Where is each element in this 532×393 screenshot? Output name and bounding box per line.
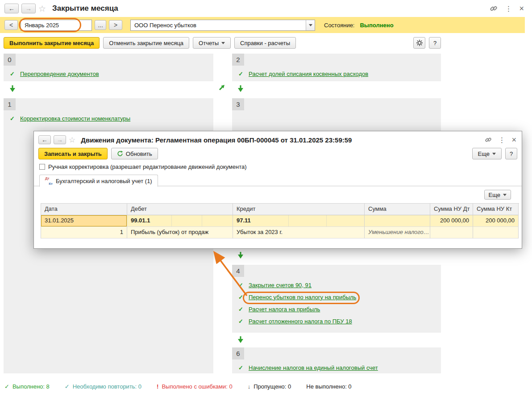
organization-select[interactable]: ООО Перенос убытков (130, 20, 315, 31)
cell-empty[interactable] (202, 215, 233, 226)
column-header-date[interactable]: Дата (41, 204, 127, 215)
cell-sum[interactable] (365, 215, 430, 227)
link-cost-adjustment[interactable]: Корректировка стоимости номенклатуры (20, 115, 130, 122)
status-repeat-text: Необходимо повторить: 0 (73, 383, 141, 390)
back-button[interactable] (38, 135, 51, 144)
status-done: Выполнено: 8 (4, 383, 50, 390)
refresh-button[interactable]: Обновить (111, 148, 158, 159)
status-skipped: Пропущено: 0 (248, 383, 291, 390)
settings-button[interactable] (413, 37, 425, 49)
favorite-star-icon[interactable] (69, 135, 75, 145)
status-bar: Выполнено: 8 Необходимо повторить: 0 Вып… (4, 382, 352, 390)
column-header-debit[interactable]: Дебет (127, 204, 233, 215)
document-movements-dialog: Движения документа: Регламентная операци… (33, 131, 522, 249)
cell-sum-nu-dt[interactable]: 200 000,00 (430, 215, 473, 227)
chevron-down-icon (221, 42, 225, 44)
column-header-sum-nu-dt[interactable]: Сумма НУ Дт (430, 204, 473, 215)
state-value: Выполнено (360, 22, 393, 29)
window-header: Закрытие месяца (0, 0, 532, 17)
link-income-tax-calc[interactable]: Расчет налога на прибыль (249, 306, 320, 313)
more-button[interactable]: Еще (472, 148, 502, 159)
cell-debit-subconto[interactable]: Прибыль (убыток) от продаж (127, 227, 233, 238)
status-errors: Выполнено с ошибками: 0 (157, 383, 233, 390)
cell-debit[interactable]: 99.01.1 (127, 215, 233, 227)
cell-date[interactable]: 31.01.2025 (41, 215, 127, 227)
run-month-close-button[interactable]: Выполнить закрытие месяца (4, 37, 100, 49)
dialog-header: Движения документа: Регламентная операци… (34, 131, 522, 146)
organization-dropdown-button[interactable] (306, 20, 315, 30)
table-more-button[interactable]: Еще (484, 190, 511, 200)
period-next-button[interactable]: > (109, 20, 122, 30)
cell-empty[interactable] (473, 227, 519, 238)
period-input[interactable]: Январь 2025 (21, 20, 92, 31)
credit-account[interactable]: 97.11 (233, 215, 289, 226)
chevron-down-icon (503, 194, 507, 196)
copy-link-icon[interactable] (490, 4, 498, 13)
favorite-star-icon[interactable] (38, 4, 46, 14)
link-close-accounts-90-91[interactable]: Закрытие счетов 90, 91 (249, 282, 312, 288)
debit-account[interactable]: 99.01.1 (127, 215, 172, 226)
page-title: Закрытие месяца (52, 4, 118, 13)
more-menu-icon[interactable] (505, 4, 512, 13)
cell-empty[interactable] (172, 215, 202, 226)
reports-button[interactable]: Отчеты (193, 37, 231, 49)
help-button[interactable]: ? (505, 148, 517, 159)
column-header-credit[interactable]: Кредит (233, 204, 365, 215)
tab-accounting-tax[interactable]: Дт Кт Бухгалтерский и налоговый учет (1) (39, 175, 158, 187)
chevron-down-icon (309, 24, 312, 26)
table-row[interactable]: 31.01.2025 99.01.1 97.11 200 000,00 200 … (41, 215, 519, 227)
cell-credit-subconto[interactable]: Убыток за 2023 г. (233, 227, 365, 238)
state-label: Состояние: (324, 22, 354, 29)
close-icon[interactable] (519, 4, 524, 13)
flow-down-arrow-icon (237, 336, 244, 343)
forward-button[interactable] (54, 135, 66, 144)
operation-row: Расчет налога на прибыль (238, 305, 356, 313)
cell-empty[interactable] (430, 227, 473, 238)
cell-line-number[interactable]: 1 (41, 227, 127, 238)
link-single-tax-account[interactable]: Начисление налогов на единый налоговый с… (249, 364, 378, 371)
references-calculations-button[interactable]: Справки - расчеты (234, 37, 296, 49)
link-deferred-tax-pbu18[interactable]: Расчет отложенного налога по ПБУ 18 (249, 318, 352, 325)
success-check-icon (238, 364, 245, 371)
link-loss-carryforward[interactable]: Перенос убытков по налогу на прибыль (249, 294, 356, 301)
cancel-month-close-button[interactable]: Отменить закрытие месяца (103, 37, 189, 49)
cell-empty[interactable] (289, 215, 327, 226)
cell-sum-nu-kt[interactable]: 200 000,00 (473, 215, 519, 227)
more-menu-icon[interactable] (498, 136, 505, 144)
movements-table: Дата Дебет Кредит Сумма Сумма НУ Дт Сумм… (41, 203, 519, 238)
forward-button[interactable] (21, 4, 36, 13)
manual-adjustment-checkbox[interactable] (39, 164, 45, 170)
copy-link-icon[interactable] (485, 136, 492, 143)
block-number: 2 (232, 54, 244, 66)
period-prev-button[interactable]: < (4, 20, 18, 30)
link-indirect-expenses[interactable]: Расчет долей списания косвенных расходов (249, 71, 368, 77)
period-select-button[interactable]: ... (95, 20, 106, 30)
operation-row: Расчет отложенного налога по ПБУ 18 (238, 317, 356, 325)
success-check-icon (4, 383, 9, 390)
column-header-sum[interactable]: Сумма (365, 204, 430, 215)
close-icon[interactable] (511, 135, 516, 145)
back-button[interactable] (4, 4, 19, 13)
dialog-command-bar: Записать и закрыть Обновить Еще ? (34, 147, 522, 160)
link-reposting-documents[interactable]: Перепроведение документов (20, 71, 99, 77)
operation-row: Начисление налогов на единый налоговый с… (238, 364, 378, 372)
back-icon (42, 136, 48, 143)
tab-label: Бухгалтерский и налоговый учет (1) (56, 178, 152, 184)
save-and-close-button[interactable]: Записать и закрыть (38, 148, 108, 159)
repeat-check-icon (65, 383, 70, 390)
kt-letter: Кт (49, 182, 53, 186)
cell-credit[interactable]: 97.11 (233, 215, 365, 227)
cell-sum-note[interactable]: Уменьшение налого… (365, 227, 430, 238)
column-header-sum-nu-kt[interactable]: Сумма НУ Кт (473, 204, 519, 215)
dt-letter: Дт (45, 176, 50, 180)
operation-row: Перенос убытков по налогу на прибыль (238, 293, 356, 301)
help-button[interactable]: ? (429, 37, 441, 49)
dialog-command-bar-right: Еще ? (472, 148, 517, 159)
status-errors-text: Выполнено с ошибками: 0 (162, 383, 232, 390)
table-row[interactable]: 1 Прибыль (убыток) от продаж Убыток за 2… (41, 227, 519, 238)
dt-kt-icon: Дт Кт (45, 178, 53, 184)
flow-diagonal-arrow-icon (218, 84, 224, 92)
operation-row: Перепроведение документов (10, 70, 99, 78)
cell-empty[interactable] (327, 215, 364, 226)
dialog-controls (485, 135, 517, 145)
